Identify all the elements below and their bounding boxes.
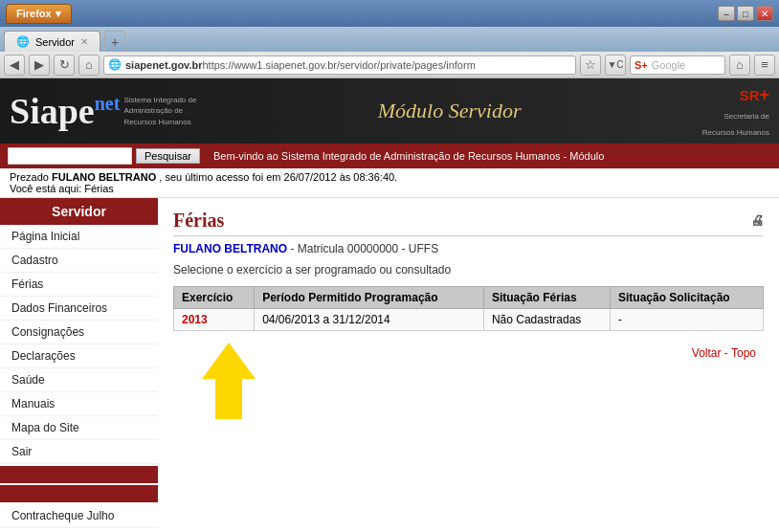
- col-exercicio: Exercício: [174, 287, 255, 309]
- search-input[interactable]: [8, 147, 132, 165]
- sidebar-item-mapa[interactable]: Mapa do Site: [0, 416, 158, 440]
- firefox-label: Firefox: [16, 8, 52, 19]
- welcome-strip: Prezado FULANO BELTRANO , seu último ace…: [0, 168, 779, 198]
- titlebar: Firefox ▾ – □ ✕: [0, 0, 779, 27]
- home-button[interactable]: ⌂: [78, 55, 100, 76]
- search-button[interactable]: Pesquisar: [136, 148, 200, 164]
- tab-title: Servidor: [35, 36, 75, 48]
- page-title: Férias 🖨: [173, 210, 764, 236]
- sidebar-item-cadastro[interactable]: Cadastro: [0, 249, 158, 273]
- address-favicon: 🌐: [108, 58, 122, 71]
- rss-button[interactable]: ▼C: [605, 55, 626, 76]
- breadcrumb: Você está aqui: Férias: [10, 183, 114, 194]
- sidebar: Servidor Página Inicial Cadastro Férias …: [0, 198, 158, 532]
- tabbar: 🌐 Servidor ✕ +: [0, 27, 779, 52]
- new-tab-button[interactable]: +: [104, 31, 125, 52]
- window-controls: – □ ✕: [718, 6, 773, 21]
- address-path: https://www1.siapenet.gov.br/servidor/pr…: [202, 59, 475, 71]
- siape-header: Siapenet Sistema Integrado deAdministraç…: [0, 78, 779, 144]
- page-layout: Servidor Página Inicial Cadastro Férias …: [0, 198, 779, 532]
- ferias-table: Exercício Período Permitido Programação …: [173, 286, 764, 331]
- sidebar-red-separator-1: [0, 466, 158, 483]
- situacao-solicitacao-cell: -: [610, 309, 763, 331]
- sidebar-red-separator-2: [0, 485, 158, 502]
- menu-button[interactable]: ≡: [754, 55, 775, 76]
- bottom-area: Voltar - Topo: [173, 343, 764, 419]
- main-content: Férias 🖨 FULANO BELTRANO - Matricula 000…: [158, 198, 779, 532]
- search-bar: Pesquisar Bem-vindo ao Sistema Integrado…: [0, 144, 779, 168]
- close-button[interactable]: ✕: [756, 6, 773, 21]
- back-button[interactable]: ◀: [4, 55, 25, 76]
- siape-net: net: [95, 93, 121, 114]
- topo-link[interactable]: Topo: [731, 346, 756, 360]
- star-button[interactable]: ☆: [580, 55, 601, 76]
- tab-close-icon[interactable]: ✕: [80, 36, 88, 47]
- firefox-button[interactable]: Firefox ▾: [6, 4, 72, 24]
- siape-logo-group: Siapenet Sistema Integrado deAdministraç…: [10, 90, 196, 132]
- welcome-text: Bem-vindo ao Sistema Integrado de Admini…: [213, 150, 604, 162]
- search-engine-icon: S+: [634, 59, 648, 71]
- welcome-name: FULANO BELTRANO: [52, 171, 156, 183]
- search-text: Google: [652, 59, 685, 71]
- srh-logo: SR+ Secretaria deRecursos Humanos: [702, 85, 769, 138]
- print-icon[interactable]: 🖨: [750, 213, 764, 229]
- siape-logo: Siapenet: [10, 90, 120, 132]
- welcome-access: , seu último acesso foi em 26/07/2012 às…: [159, 171, 397, 183]
- footer-separator: -: [724, 346, 731, 360]
- col-periodo: Período Permitido Programação: [255, 287, 484, 309]
- minimize-button[interactable]: –: [718, 6, 735, 21]
- address-bar[interactable]: 🌐 siapenet.gov.br https://www1.siapenet.…: [103, 55, 576, 75]
- arrow-head: [202, 343, 256, 379]
- refresh-button[interactable]: ↻: [54, 55, 75, 76]
- arrow-graphic: [202, 343, 256, 419]
- situacao-ferias-cell: Não Cadastradas: [483, 309, 610, 331]
- arrow-body: [215, 377, 242, 419]
- exercicio-link[interactable]: 2013: [182, 313, 208, 326]
- welcome-prefix: Prezado: [10, 171, 49, 183]
- firefox-arrow: ▾: [56, 8, 61, 20]
- user-details: - Matricula 00000000 - UFFS: [290, 242, 438, 255]
- maximize-button[interactable]: □: [737, 6, 754, 21]
- instruction: Selecione o exercício a ser programado o…: [173, 263, 764, 277]
- bookmarks-button[interactable]: ⌂: [729, 55, 750, 76]
- sidebar-item-pagina-inicial[interactable]: Página Inicial: [0, 225, 158, 249]
- navbar: ◀ ▶ ↻ ⌂ 🌐 siapenet.gov.br https://www1.s…: [0, 52, 779, 78]
- sidebar-item-consignacoes[interactable]: Consignações: [0, 321, 158, 344]
- sidebar-item-dados-financeiros[interactable]: Dados Financeiros: [0, 297, 158, 321]
- user-name: FULANO BELTRANO: [173, 242, 287, 255]
- sidebar-item-sair[interactable]: Sair: [0, 440, 158, 464]
- siape-tagline: Sistema Integrado deAdministração deRecu…: [123, 95, 196, 127]
- browser-content: Siapenet Sistema Integrado deAdministraç…: [0, 78, 779, 532]
- arrow-container: [173, 343, 256, 419]
- sidebar-item-contracheque[interactable]: Contracheque Julho: [0, 504, 158, 528]
- forward-button[interactable]: ▶: [29, 55, 50, 76]
- tab-favicon: 🌐: [16, 35, 30, 48]
- sidebar-item-declaracoes[interactable]: Declarações: [0, 344, 158, 368]
- modulo-container: Módulo Servidor: [196, 99, 701, 123]
- browser-tab[interactable]: 🌐 Servidor ✕: [4, 31, 100, 52]
- user-info: FULANO BELTRANO - Matricula 00000000 - U…: [173, 242, 764, 255]
- footer-links: Voltar - Topo: [684, 343, 764, 364]
- col-situacao-solicitacao: Situação Solicitação: [610, 287, 763, 309]
- sidebar-item-ferias[interactable]: Férias: [0, 273, 158, 297]
- sidebar-header: Servidor: [0, 198, 158, 225]
- search-box[interactable]: S+ Google: [630, 55, 725, 75]
- periodo-cell: 04/06/2013 a 31/12/2014: [255, 309, 484, 331]
- address-domain: siapenet.gov.br: [125, 59, 202, 71]
- sidebar-item-manuais[interactable]: Manuais: [0, 392, 158, 416]
- sidebar-item-saude[interactable]: Saúde: [0, 368, 158, 392]
- table-row: 2013 04/06/2013 a 31/12/2014 Não Cadastr…: [174, 309, 764, 331]
- col-situacao-ferias: Situação Férias: [483, 287, 610, 309]
- modulo-title: Módulo Servidor: [378, 99, 522, 123]
- voltar-link[interactable]: Voltar: [692, 346, 722, 360]
